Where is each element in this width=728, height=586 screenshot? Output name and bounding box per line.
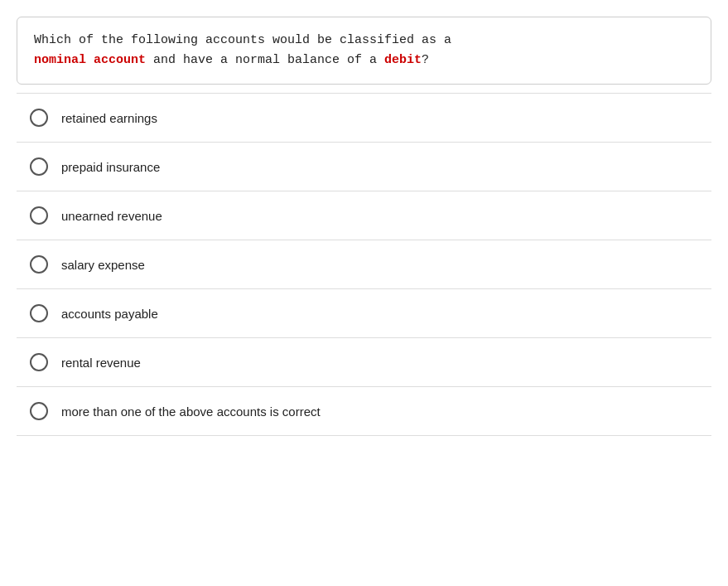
question-text: Which of the following accounts would be… [34,33,451,67]
option-item-1[interactable]: retained earnings [17,93,711,143]
radio-button-6[interactable] [30,353,48,371]
option-item-4[interactable]: salary expense [17,240,711,289]
options-list: retained earnings prepaid insurance unea… [17,93,711,436]
question-prefix: Which of the following accounts would be… [34,33,451,47]
radio-button-5[interactable] [30,304,48,322]
option-item-2[interactable]: prepaid insurance [17,143,711,191]
question-box: Which of the following accounts would be… [17,17,711,85]
option-label-2: prepaid insurance [61,160,160,174]
option-item-7[interactable]: more than one of the above accounts is c… [17,387,711,436]
radio-button-4[interactable] [30,255,48,274]
question-highlight-debit: debit [384,53,422,67]
option-label-3: unearned revenue [61,209,162,223]
option-label-6: rental revenue [61,356,141,370]
option-item-5[interactable]: accounts payable [17,289,711,338]
question-suffix: ? [422,53,429,67]
question-middle: and have a normal balance of a [146,53,384,67]
option-label-5: accounts payable [61,307,158,321]
option-item-6[interactable]: rental revenue [17,338,711,387]
option-item-3[interactable]: unearned revenue [17,191,711,240]
page-container: Which of the following accounts would be… [17,17,711,436]
option-label-4: salary expense [61,258,145,272]
radio-button-2[interactable] [30,157,48,176]
question-highlight-nominal: nominal account [34,53,146,67]
option-label-1: retained earnings [61,111,157,125]
radio-button-3[interactable] [30,206,48,225]
option-label-7: more than one of the above accounts is c… [61,404,321,419]
radio-button-7[interactable] [30,402,48,420]
radio-button-1[interactable] [30,109,48,127]
